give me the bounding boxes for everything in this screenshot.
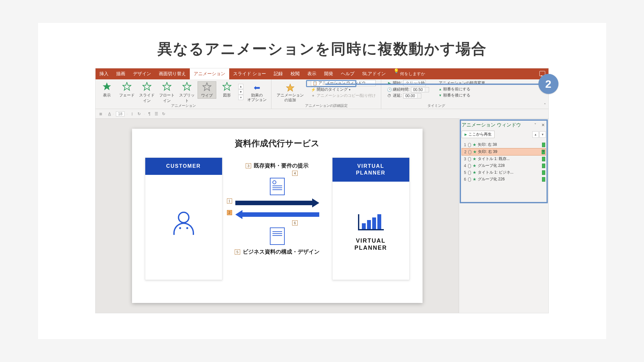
anim-list-item-5[interactable]: 5 ★ タイトル 1: ビジネ...	[462, 169, 546, 176]
trigger-button[interactable]: ⚡ 開始のタイミング ▾	[311, 87, 376, 92]
gallery-up-icon[interactable]: ▲	[238, 84, 243, 89]
tab-draw[interactable]: 描画	[112, 68, 129, 79]
slide-canvas[interactable]: 資料作成代行サービス CUSTOMER	[96, 119, 459, 313]
svg-marker-4	[183, 82, 191, 90]
callout-connector-line	[325, 84, 542, 85]
move-earlier-button[interactable]: ▲ 順番を前にする	[439, 86, 485, 92]
anim-list-label: 矢印: 右 38	[478, 142, 541, 147]
anim-wipe[interactable]: ワイプ	[198, 81, 216, 99]
pane-move-down-button[interactable]: ▼	[539, 131, 546, 138]
person-icon	[172, 212, 195, 241]
move-earlier-label: 順番を前にする	[443, 86, 470, 92]
duration-spinner[interactable]: 00.50	[411, 87, 429, 92]
vp-text-1: VIRTUAL	[354, 237, 387, 245]
delay-spinner[interactable]: 00.00	[403, 93, 421, 98]
anim-fade[interactable]: フェード	[118, 81, 136, 98]
tab-animations[interactable]: アニメーション	[190, 68, 229, 79]
gallery-down-icon[interactable]: ▼	[238, 89, 243, 95]
anim-list-item-2[interactable]: 2 ★ 矢印: 右 39 ▼	[462, 148, 546, 156]
slide-title: 資料作成代行サービス	[145, 138, 410, 149]
font-toolbar: ≣ · A · 18 · ⟟ ↻ · ¶ ☰ ↻	[96, 109, 548, 119]
pane-move-up-button[interactable]: ▲	[532, 131, 539, 138]
tab-developer[interactable]: 開発	[320, 68, 337, 79]
planner-header: VIRTUAL PLANNER	[332, 158, 409, 182]
play-from-here-button[interactable]: ▶ ここから再生	[462, 131, 495, 138]
list-icon[interactable]: ≣	[98, 111, 103, 116]
gallery-scroll: ▲ ▼ ▾	[238, 84, 243, 100]
tool-icon-1[interactable]: ↻	[137, 111, 142, 116]
anim-list-item-3[interactable]: 3 ★ タイトル 1: 既存...	[462, 156, 546, 162]
anim-list-item-6[interactable]: 6 ★ グループ化 226	[462, 176, 546, 183]
ruler-icon[interactable]: ⟟	[129, 111, 135, 116]
tab-record[interactable]: 記録	[270, 68, 287, 79]
tab-design[interactable]: デザイン	[129, 68, 155, 79]
anim-slidein[interactable]: スライドイン	[138, 81, 156, 104]
effect-options-button[interactable]: ⬅ 効果の オプション	[245, 81, 269, 102]
align-icon[interactable]: ☰	[154, 111, 159, 116]
tab-transitions[interactable]: 画面切り替え	[155, 68, 190, 79]
tell-me-search[interactable]: 何をしますか	[400, 68, 425, 79]
anim-number: 4	[462, 164, 466, 168]
anim-shape[interactable]: 図形	[218, 81, 236, 98]
anim-tag-6[interactable]: 6	[292, 220, 297, 226]
start-dropdown[interactable]: クリック時	[403, 80, 426, 86]
pane-close-button[interactable]: ✕	[540, 122, 546, 128]
anim-tag-4[interactable]: 4	[292, 171, 297, 176]
mouse-click-icon	[467, 170, 471, 175]
tab-insert[interactable]: 挿入	[96, 68, 112, 79]
effect-options-label: 効果の オプション	[247, 93, 267, 102]
play-from-here-label: ここから再生	[468, 132, 492, 137]
svg-marker-0	[103, 82, 111, 90]
anim-fade-label: フェード	[118, 93, 136, 98]
paragraph-icon[interactable]: ¶	[147, 111, 152, 116]
move-later-button[interactable]: ▼ 順番を後にする	[439, 93, 485, 98]
animation-window-label: アニメーション ウィンドウ	[318, 80, 366, 86]
gallery-more-icon[interactable]: ▾	[238, 95, 243, 100]
anim-tag-2[interactable]: 2	[227, 210, 232, 215]
tab-slideshow[interactable]: スライド ショー	[229, 68, 270, 79]
font-size-field[interactable]: 18	[116, 111, 125, 116]
anim-number: 6	[462, 177, 466, 182]
chevron-down-icon[interactable]: ▼	[542, 150, 545, 153]
document-icon-top	[270, 178, 285, 195]
trigger-icon: ⚡	[311, 87, 315, 92]
svg-marker-6	[223, 82, 231, 90]
play-triangle-icon: ▶	[465, 133, 467, 136]
group-advanced-label: アニメーションの詳細設定	[271, 103, 381, 108]
svg-marker-2	[143, 82, 151, 90]
anim-list-label: 矢印: 右 39	[478, 149, 540, 155]
clock-icon: 🕒	[387, 87, 392, 92]
anim-tag-3[interactable]: 3	[246, 163, 251, 168]
green-star-icon: ★	[473, 142, 476, 147]
mouse-click-icon	[468, 150, 472, 154]
anim-number: 2	[463, 150, 466, 154]
tab-review[interactable]: 校閲	[287, 68, 303, 79]
lightbulb-icon: 💡	[394, 68, 399, 74]
ribbon-tab-bar: 挿入 描画 デザイン 画面切り替え アニメーション スライド ショー 記録 校閲…	[96, 68, 548, 79]
pane-collapse-button[interactable]: ˅	[532, 122, 538, 128]
svg-marker-7	[286, 84, 294, 91]
delay-label: 遅延:	[393, 93, 402, 98]
font-color-icon[interactable]: A	[108, 112, 111, 116]
tab-view[interactable]: 表示	[303, 68, 320, 79]
anim-appear[interactable]: 表示	[97, 81, 116, 98]
anim-list-item-4[interactable]: 4 ★ グループ化 228	[462, 162, 546, 169]
delay-icon: ⏱	[387, 94, 392, 98]
anim-number: 5	[462, 170, 466, 175]
reorder-heading: アニメーションの順序変更	[439, 80, 485, 86]
tab-sladdin[interactable]: SLアドイン	[358, 68, 390, 79]
anim-tag-1[interactable]: 1	[227, 198, 232, 204]
animation-window-button[interactable]: 📋 アニメーション ウィンドウ	[311, 80, 376, 86]
repeat-icon[interactable]: ↻	[161, 111, 166, 116]
anim-list-item-1[interactable]: 1 ★ 矢印: 右 38	[462, 141, 546, 148]
animation-painter-button[interactable]: ✦ アニメーションのコピー/貼り付け	[311, 93, 376, 98]
tab-help[interactable]: ヘルプ	[337, 68, 358, 79]
add-animation-button[interactable]: アニメーション の追加	[274, 81, 306, 102]
anim-floatin-label: フロートイン	[158, 93, 176, 104]
bar-chart-icon	[358, 214, 384, 230]
anim-split[interactable]: スプリット	[178, 81, 196, 104]
ribbon-collapse-button[interactable]: ˄	[544, 103, 546, 107]
arrow-right	[235, 199, 319, 207]
anim-tag-5[interactable]: 5	[235, 249, 240, 255]
anim-floatin[interactable]: フロートイン	[158, 81, 176, 104]
